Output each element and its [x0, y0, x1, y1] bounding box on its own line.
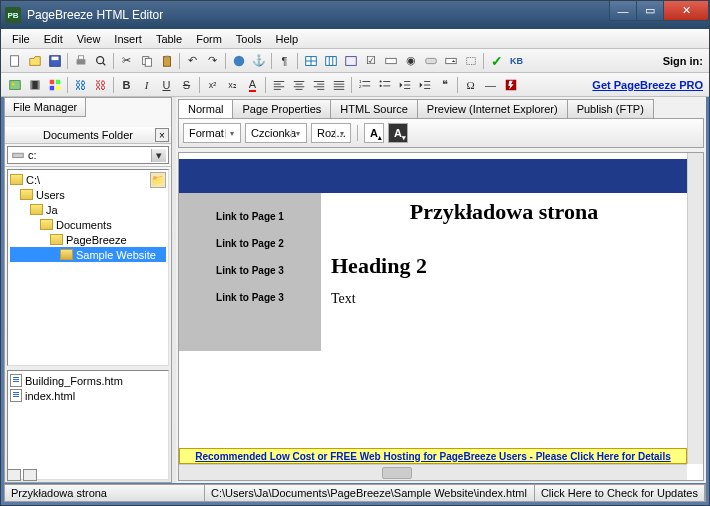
minimize-button[interactable]: ―	[609, 1, 637, 21]
tree-item[interactable]: Documents	[10, 217, 166, 232]
close-button[interactable]: ✕	[663, 1, 709, 21]
menu-edit[interactable]: Edit	[37, 31, 70, 47]
format-combo[interactable]: Format	[183, 123, 241, 143]
app-icon: PB	[5, 7, 21, 23]
outdent-button[interactable]	[395, 75, 414, 94]
color-button[interactable]	[45, 75, 64, 94]
redo-button[interactable]: ↷	[203, 51, 222, 70]
save-button[interactable]	[45, 51, 64, 70]
anchor-button[interactable]: ⚓	[249, 51, 268, 70]
file-item[interactable]: index.html	[10, 388, 166, 403]
tab-normal[interactable]: Normal	[178, 99, 233, 118]
signin-label[interactable]: Sign in:	[663, 55, 703, 67]
ordered-list-button[interactable]: 12	[355, 75, 374, 94]
hyperlink-button[interactable]: ⛓	[71, 75, 90, 94]
folder-tree[interactable]: 📁 C:\UsersJaDocumentsPageBreezeSample We…	[7, 169, 169, 366]
font-color-button[interactable]: A▾	[388, 123, 408, 143]
maximize-button[interactable]: ▭	[636, 1, 664, 21]
tree-action-button[interactable]: 📁	[150, 172, 166, 188]
select-button[interactable]	[441, 51, 460, 70]
hosting-promo-banner[interactable]: Recommended Low Cost or FREE Web Hosting…	[179, 448, 687, 464]
table-edit-button[interactable]	[321, 51, 340, 70]
editor-area[interactable]: Link to Page 1Link to Page 2Link to Page…	[178, 152, 704, 481]
vertical-scrollbar[interactable]	[687, 153, 703, 464]
spellcheck-button[interactable]: ✓	[487, 51, 506, 70]
tab-page-properties[interactable]: Page Properties	[232, 99, 331, 118]
control-button[interactable]	[381, 51, 400, 70]
tab-preview[interactable]: Preview (Internet Explorer)	[417, 99, 568, 118]
font-combo[interactable]: Czcionka	[245, 123, 307, 143]
cut-button[interactable]: ✂	[117, 51, 136, 70]
paste-button[interactable]	[157, 51, 176, 70]
strike-button[interactable]: S	[177, 75, 196, 94]
panel-close-button[interactable]: ×	[155, 128, 169, 142]
tree-item[interactable]: Sample Website	[10, 247, 166, 262]
page-side-link[interactable]: Link to Page 2	[179, 230, 321, 257]
align-justify-button[interactable]	[329, 75, 348, 94]
checkbox-button[interactable]: ☑	[361, 51, 380, 70]
menu-tools[interactable]: Tools	[229, 31, 269, 47]
menu-help[interactable]: Help	[269, 31, 306, 47]
open-button[interactable]	[25, 51, 44, 70]
menu-table[interactable]: Table	[149, 31, 189, 47]
show-paragraph-button[interactable]: ¶	[275, 51, 294, 70]
radio-button[interactable]: ◉	[401, 51, 420, 70]
file-list[interactable]: Building_Forms.htmindex.html	[7, 370, 169, 480]
tree-item[interactable]: Ja	[10, 202, 166, 217]
font-grow-button[interactable]: A▴	[364, 123, 384, 143]
align-right-button[interactable]	[309, 75, 328, 94]
hidden-button[interactable]	[461, 51, 480, 70]
undo-button[interactable]: ↶	[183, 51, 202, 70]
bold-button[interactable]: B	[117, 75, 136, 94]
film-button[interactable]	[25, 75, 44, 94]
toggle-1[interactable]	[7, 469, 21, 481]
size-combo[interactable]: Roz...	[311, 123, 351, 143]
file-manager-tab[interactable]: File Manager	[5, 98, 86, 117]
menu-insert[interactable]: Insert	[107, 31, 149, 47]
button-button[interactable]	[421, 51, 440, 70]
tree-item[interactable]: Users	[10, 187, 166, 202]
symbol-button[interactable]: Ω	[461, 75, 480, 94]
link-button[interactable]	[229, 51, 248, 70]
italic-button[interactable]: I	[137, 75, 156, 94]
blockquote-button[interactable]: ❝	[435, 75, 454, 94]
subscript-button[interactable]: x₂	[223, 75, 242, 94]
unordered-list-button[interactable]	[375, 75, 394, 94]
image-button[interactable]	[5, 75, 24, 94]
horizontal-scrollbar[interactable]	[179, 464, 687, 480]
fontcolor-button[interactable]: A	[243, 75, 262, 94]
form-button[interactable]	[341, 51, 360, 70]
toggle-2[interactable]	[23, 469, 37, 481]
get-pro-link[interactable]: Get PageBreeze PRO	[592, 79, 703, 91]
menu-file[interactable]: File	[5, 31, 37, 47]
page-side-link[interactable]: Link to Page 3	[179, 284, 321, 311]
menu-view[interactable]: View	[70, 31, 108, 47]
preview-button[interactable]	[91, 51, 110, 70]
tab-html-source[interactable]: HTML Source	[330, 99, 417, 118]
page-heading-2: Heading 2	[331, 253, 677, 279]
svg-rect-19	[385, 58, 396, 63]
underline-button[interactable]: U	[157, 75, 176, 94]
print-button[interactable]	[71, 51, 90, 70]
tab-publish[interactable]: Publish (FTP)	[567, 99, 654, 118]
file-item[interactable]: Building_Forms.htm	[10, 373, 166, 388]
drive-select[interactable]: c:	[7, 146, 169, 164]
unlink-button[interactable]: ⛓	[91, 75, 110, 94]
tree-item[interactable]: PageBreeze	[10, 232, 166, 247]
status-updates[interactable]: Click Here to Check for Updates	[535, 485, 705, 501]
tree-item[interactable]: C:\	[10, 172, 166, 187]
hr-button[interactable]: —	[481, 75, 500, 94]
kb-button[interactable]: KB	[507, 51, 526, 70]
page-side-link[interactable]: Link to Page 3	[179, 257, 321, 284]
align-left-button[interactable]	[269, 75, 288, 94]
indent-button[interactable]	[415, 75, 434, 94]
superscript-button[interactable]: x²	[203, 75, 222, 94]
table-insert-button[interactable]	[301, 51, 320, 70]
menu-form[interactable]: Form	[189, 31, 229, 47]
page-side-link[interactable]: Link to Page 1	[179, 203, 321, 230]
flash-button[interactable]	[501, 75, 520, 94]
align-center-button[interactable]	[289, 75, 308, 94]
new-button[interactable]	[5, 51, 24, 70]
svg-point-24	[11, 82, 14, 85]
copy-button[interactable]	[137, 51, 156, 70]
